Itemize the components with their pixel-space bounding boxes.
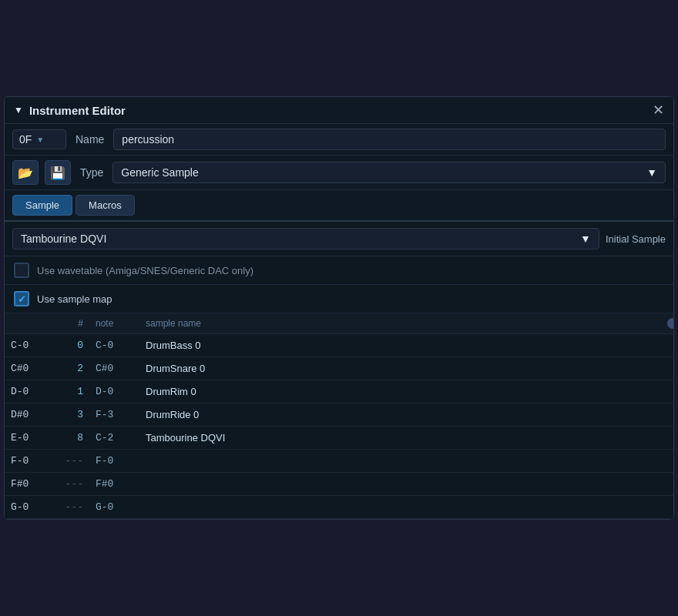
- tab-macros[interactable]: Macros: [76, 195, 135, 216]
- cell-note: F-3: [89, 409, 139, 420]
- cell-num: 8: [47, 432, 89, 444]
- save-icon: 💾: [50, 166, 65, 180]
- cell-sname: [139, 455, 673, 467]
- wavetable-label: Use wavetable (Amiga/SNES/Generic DAC on…: [37, 265, 253, 276]
- wavetable-row: Use wavetable (Amiga/SNES/Generic DAC on…: [5, 256, 673, 285]
- cell-num: ---: [47, 478, 89, 490]
- tabs-row: Sample Macros: [5, 190, 673, 222]
- instrument-editor-window: ▼ Instrument Editor ✕ 0F ▼ Name 📂 💾 Type…: [4, 96, 674, 520]
- cell-key: E-0: [5, 432, 47, 444]
- scrollbar-area: [661, 318, 673, 329]
- cell-num: 3: [47, 409, 89, 420]
- cell-num: 1: [47, 386, 89, 397]
- cell-sname: [139, 501, 673, 513]
- col-header-num: #: [47, 318, 89, 329]
- title-bar: ▼ Instrument Editor ✕: [5, 97, 673, 124]
- type-dropdown-icon: ▼: [646, 166, 657, 179]
- scrollbar-thumb[interactable]: [667, 318, 674, 329]
- cell-key: C#0: [5, 363, 47, 374]
- cell-num: ---: [47, 501, 89, 513]
- table-row[interactable]: F#0 --- F#0: [5, 473, 673, 496]
- initial-sample-label: Initial Sample: [606, 233, 666, 245]
- cell-key: D#0: [5, 409, 47, 420]
- save-button[interactable]: 💾: [45, 160, 71, 185]
- cell-key: F#0: [5, 478, 47, 490]
- type-selector[interactable]: Generic Sample ▼: [112, 162, 666, 183]
- cell-note: F#0: [89, 478, 139, 490]
- sample-selector[interactable]: Tambourine DQVI ▼: [12, 228, 599, 249]
- cell-note: F-0: [89, 455, 139, 467]
- table-row[interactable]: D-0 1 D-0 DrumRim 0: [5, 380, 673, 403]
- type-label: Type: [77, 166, 106, 179]
- name-input[interactable]: [113, 129, 666, 150]
- cell-key: G-0: [5, 501, 47, 513]
- table-row[interactable]: E-0 8 C-2 Tambourine DQVI: [5, 427, 673, 450]
- content-area: Tambourine DQVI ▼ Initial Sample Use wav…: [5, 222, 673, 519]
- cell-sname: [139, 478, 673, 490]
- type-value: Generic Sample: [121, 166, 198, 179]
- table-row[interactable]: C-0 0 C-0 DrumBass 0: [5, 334, 673, 357]
- folder-button[interactable]: 📂: [12, 160, 39, 185]
- cell-sname: DrumSnare 0: [139, 363, 673, 374]
- close-button[interactable]: ✕: [653, 103, 664, 117]
- sample-map-table: C-0 0 C-0 DrumBass 0 C#0 2 C#0 DrumSnare…: [5, 334, 673, 519]
- sample-map-label: Use sample map: [37, 293, 112, 305]
- cell-num: ---: [47, 455, 89, 467]
- sample-map-checkbox[interactable]: [14, 291, 29, 306]
- title-bar-left: ▼ Instrument Editor: [14, 104, 126, 117]
- name-label: Name: [72, 133, 107, 146]
- channel-dropdown-icon: ▼: [36, 136, 44, 144]
- cell-num: 0: [47, 340, 89, 351]
- sample-map-row: Use sample map: [5, 285, 673, 313]
- cell-sname: Tambourine DQVI: [139, 432, 673, 444]
- table-row[interactable]: C#0 2 C#0 DrumSnare 0: [5, 357, 673, 380]
- cell-key: F-0: [5, 455, 47, 467]
- table-row[interactable]: D#0 3 F-3 DrumRide 0: [5, 403, 673, 427]
- type-row: 📂 💾 Type Generic Sample ▼: [5, 156, 673, 190]
- tab-sample[interactable]: Sample: [12, 195, 72, 216]
- folder-icon: 📂: [18, 166, 33, 180]
- cell-note: C-0: [89, 340, 139, 351]
- wavetable-checkbox[interactable]: [14, 263, 29, 278]
- col-header-name: sample name: [139, 318, 661, 329]
- cell-note: C#0: [89, 363, 139, 374]
- channel-selector[interactable]: 0F ▼: [12, 129, 66, 149]
- table-row[interactable]: G-0 --- G-0: [5, 496, 673, 519]
- channel-value: 0F: [19, 133, 32, 146]
- col-header-key: [5, 318, 47, 329]
- cell-note: D-0: [89, 386, 139, 397]
- sample-selector-value: Tambourine DQVI: [21, 233, 106, 245]
- cell-num: 2: [47, 363, 89, 374]
- cell-note: C-2: [89, 432, 139, 444]
- table-header: # note sample name: [5, 313, 673, 334]
- cell-sname: DrumRim 0: [139, 386, 673, 397]
- cell-note: G-0: [89, 501, 139, 513]
- cell-key: C-0: [5, 340, 47, 351]
- table-row[interactable]: F-0 --- F-0: [5, 450, 673, 473]
- title-arrow-icon: ▼: [14, 105, 23, 116]
- window-title: Instrument Editor: [29, 104, 126, 117]
- cell-key: D-0: [5, 386, 47, 397]
- sample-selector-row: Tambourine DQVI ▼ Initial Sample: [5, 222, 673, 256]
- sample-dropdown-icon: ▼: [580, 233, 591, 245]
- cell-sname: DrumRide 0: [139, 409, 673, 420]
- cell-sname: DrumBass 0: [139, 340, 673, 351]
- name-row: 0F ▼ Name: [5, 124, 673, 156]
- col-header-note: note: [89, 318, 139, 329]
